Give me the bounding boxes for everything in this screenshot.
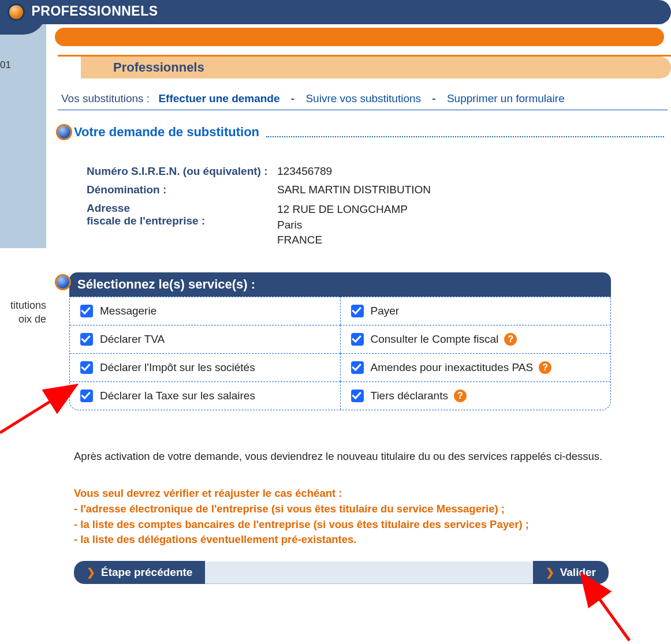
explanatory-text: Après activation de votre demande, vous …: [74, 450, 663, 463]
services-panel-header: Sélectionnez le(s) service(s) :: [69, 272, 611, 297]
checkbox-payer[interactable]: [351, 305, 364, 317]
info-row-siren: Numéro S.I.R.E.N. (ou équivalent) : 1234…: [87, 165, 431, 178]
address-label-l1: Adresse: [87, 202, 130, 214]
warning-line1: Vous seul devrez vérifier et réajuster l…: [74, 486, 663, 501]
svg-line-1: [583, 576, 629, 641]
sub-band-label: Professionnels: [113, 60, 204, 75]
service-label: Déclarer TVA: [100, 333, 165, 346]
header-title: PROFESSIONNELS: [31, 3, 158, 19]
service-declarer-tva: Déclarer TVA: [70, 325, 340, 353]
checkbox-declarer-tva[interactable]: [80, 333, 93, 346]
siren-label: Numéro S.I.R.E.N. (ou équivalent) :: [87, 165, 277, 178]
button-bar-spacer: [205, 561, 532, 584]
section-heading: Votre demande de substitution: [58, 125, 664, 140]
service-label: Payer: [371, 305, 400, 317]
chevron-right-icon: ❯: [546, 566, 554, 579]
section: Votre demande de substitution: [58, 125, 664, 140]
chevron-right-icon: ❯: [87, 566, 95, 579]
info-row-address: Adresse fiscale de l'entreprise : 12 RUE…: [87, 202, 431, 248]
top-header-bar: PROFESSIONNELS: [0, 0, 671, 24]
tab-suivre-substitutions[interactable]: Suivre vos substitutions: [305, 92, 421, 104]
globe-icon: [57, 276, 69, 289]
help-icon[interactable]: ?: [454, 390, 467, 402]
checkbox-impot-societes[interactable]: [80, 361, 93, 374]
globe-icon: [58, 126, 70, 138]
sidebar-text-line1: titutions: [10, 299, 46, 311]
checkbox-taxe-salaires[interactable]: [80, 390, 93, 402]
header-bullet-icon: [9, 5, 23, 19]
siren-value: 123456789: [277, 165, 332, 178]
company-info: Numéro S.I.R.E.N. (ou équivalent) : 1234…: [87, 165, 431, 254]
warning-text: Vous seul devrez vérifier et réajuster l…: [74, 486, 663, 548]
orange-ribbon: [55, 28, 664, 46]
address-value: 12 RUE DE LONGCHAMP Paris FRANCE: [277, 202, 408, 248]
sub-links: Vos substitutions : Effectuer une demand…: [58, 92, 668, 110]
sub-band: Professionnels: [58, 55, 671, 82]
service-label: Messagerie: [100, 305, 156, 317]
name-label: Dénomination :: [87, 184, 277, 196]
services-panel: Sélectionnez le(s) service(s) : Messager…: [69, 272, 611, 410]
checkbox-tiers-declarants[interactable]: [351, 390, 364, 402]
tab-sep: -: [291, 92, 295, 104]
address-label-l2: fiscale de l'entreprise :: [87, 215, 205, 227]
address-label: Adresse fiscale de l'entreprise :: [87, 202, 277, 248]
service-label: Déclarer l'Impôt sur les sociétés: [100, 361, 255, 374]
service-amendes-pas: Amendes pour inexactitudes PAS ?: [340, 353, 611, 381]
address-line2: Paris: [277, 218, 408, 233]
service-payer: Payer: [340, 297, 611, 325]
validate-button[interactable]: ❯ Valider: [533, 561, 609, 584]
checkbox-amendes-pas[interactable]: [351, 361, 364, 374]
warning-line2: - l'adresse électronique de l'entreprise…: [74, 501, 663, 517]
sub-band-bg: Professionnels: [81, 57, 671, 78]
section-dotted-line: [266, 136, 664, 137]
section-title: Votre demande de substitution: [74, 125, 259, 140]
sidebar-text: titutions oix de: [0, 298, 46, 327]
service-tiers-declarants: Tiers déclarants ?: [340, 381, 611, 410]
service-label: Amendes pour inexactitudes PAS: [371, 361, 534, 374]
warning-line3: - la liste des comptes bancaires de l'en…: [74, 517, 663, 533]
service-label: Tiers déclarants: [371, 390, 448, 402]
left-sidebar: [0, 0, 46, 248]
prev-step-button[interactable]: ❯ Étape précédente: [74, 561, 205, 584]
info-row-name: Dénomination : SARL MARTIN DISTRIBUTION: [87, 184, 431, 196]
address-line3: FRANCE: [277, 233, 408, 248]
checkbox-messagerie[interactable]: [80, 305, 93, 317]
service-compte-fiscal: Consulter le Compte fiscal ?: [340, 325, 611, 353]
validate-label: Valider: [560, 566, 596, 579]
service-taxe-salaires: Déclarer la Taxe sur les salaires: [70, 381, 340, 410]
service-impot-societes: Déclarer l'Impôt sur les sociétés: [70, 353, 340, 381]
help-icon[interactable]: ?: [504, 333, 517, 346]
tab-supprimer-formulaire[interactable]: Supprimer un formulaire: [447, 92, 565, 104]
tab-effectuer-demande[interactable]: Effectuer une demande: [158, 92, 279, 104]
button-bar: ❯ Étape précédente ❯ Valider: [74, 561, 609, 584]
checkbox-compte-fiscal[interactable]: [351, 333, 364, 346]
sidebar-text-line2: oix de: [18, 313, 46, 325]
service-label: Déclarer la Taxe sur les salaires: [100, 390, 255, 402]
service-label: Consulter le Compte fiscal: [371, 333, 499, 346]
service-messagerie: Messagerie: [70, 297, 340, 325]
name-value: SARL MARTIN DISTRIBUTION: [277, 184, 431, 196]
sidebar-number: 01: [0, 59, 11, 71]
help-icon[interactable]: ?: [539, 361, 551, 374]
address-line1: 12 RUE DE LONGCHAMP: [277, 202, 408, 218]
tab-sep: -: [432, 92, 435, 104]
svg-line-0: [0, 387, 74, 433]
sub-links-lead: Vos substitutions :: [61, 92, 150, 104]
services-grid: Messagerie Payer Déclarer TVA Consulter …: [69, 297, 611, 410]
prev-step-label: Étape précédente: [101, 566, 192, 579]
warning-line4: - la liste des délégations éventuellemen…: [74, 532, 663, 548]
